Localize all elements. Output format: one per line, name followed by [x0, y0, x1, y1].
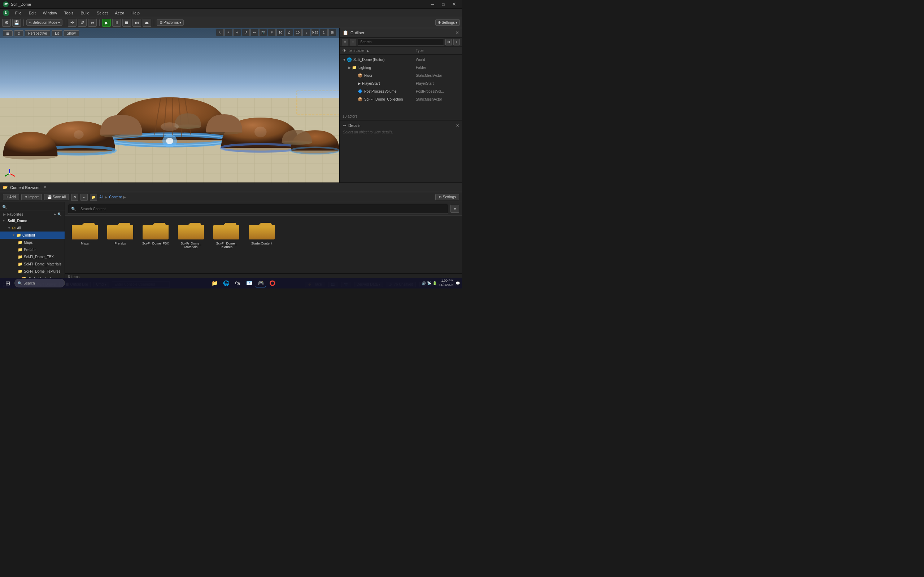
vp-10b[interactable]: 10: [294, 29, 302, 36]
taskbar-edge-icon[interactable]: 🌐: [221, 279, 231, 287]
vp-select-tool[interactable]: ↖: [216, 29, 224, 36]
vp-maximize-btn[interactable]: ☰: [3, 30, 13, 36]
outliner-close-btn[interactable]: ✕: [455, 30, 459, 35]
vp-025[interactable]: 0.25: [311, 29, 319, 36]
tree-item-dome-collection[interactable]: ▶ 📦 Sci-Fi_Dome_Collection StaticMeshAct…: [340, 95, 462, 103]
outliner-filter-btn[interactable]: ≡: [342, 39, 348, 45]
vp-move-tool[interactable]: ✛: [233, 29, 241, 36]
vp-scale-icon[interactable]: ↕: [302, 29, 310, 36]
transform-move-btn[interactable]: ✛: [68, 19, 76, 27]
menu-select[interactable]: Select: [95, 10, 109, 16]
outliner-settings-btn[interactable]: ⚙: [446, 39, 452, 45]
transform-scale-btn[interactable]: ⇔: [88, 19, 97, 27]
vp-scale-tool[interactable]: ⇔: [250, 29, 258, 36]
settings-dropdown-btn[interactable]: ⚙ Settings ▾: [435, 19, 460, 26]
vp-add-tool[interactable]: +: [225, 29, 233, 36]
cb-settings-btn[interactable]: ⚙ Settings: [435, 194, 459, 200]
stop-btn[interactable]: ⏹: [122, 19, 131, 27]
cb-save-all-btn[interactable]: 💾 Save All: [44, 194, 69, 200]
vp-10a[interactable]: 10: [276, 29, 284, 36]
outliner-sort-btn[interactable]: ↕: [350, 39, 356, 45]
vp-1[interactable]: 1: [320, 29, 328, 36]
outliner-add-btn[interactable]: +: [453, 39, 460, 45]
tree-arrow-0[interactable]: ▼: [342, 58, 346, 62]
menu-build[interactable]: Build: [79, 10, 91, 16]
breadcrumb-all[interactable]: All: [99, 195, 103, 199]
favorites-add-icon[interactable]: +: [54, 213, 56, 216]
menu-file[interactable]: File: [14, 10, 23, 16]
menu-help[interactable]: Help: [130, 10, 141, 16]
cb-folder-starter-content[interactable]: StarterContent: [246, 219, 278, 250]
taskbar-ue-icon[interactable]: 🎮: [255, 279, 266, 287]
cb-tab-close[interactable]: ✕: [43, 185, 47, 190]
taskbar-search[interactable]: 🔍 Search: [15, 279, 65, 287]
tree-arrow-1[interactable]: ▶: [348, 66, 351, 69]
cb-folder-maps[interactable]: Maps: [69, 219, 101, 250]
notification-icon[interactable]: 💬: [456, 281, 460, 285]
cb-folder-dome-fbx[interactable]: Sci-Fi_Dome_FBX: [139, 219, 172, 250]
cb-folder-dome-tex[interactable]: Sci-Fi_Dome_Textures: [210, 219, 242, 250]
taskbar-chrome-icon[interactable]: ⭕: [267, 279, 277, 287]
vp-realtime-btn[interactable]: ⊙: [14, 30, 23, 36]
menu-edit[interactable]: Edit: [27, 10, 37, 16]
viewport[interactable]: ☰ ⊙ Perspective Lit Show ↖ + ✛: [0, 28, 339, 182]
settings-icon-btn[interactable]: ⚙: [2, 19, 11, 27]
vp-angle-icon[interactable]: ∠: [285, 29, 293, 36]
favorites-expand[interactable]: ▶: [3, 213, 6, 216]
cb-filter-btn[interactable]: ▾: [451, 205, 459, 213]
breadcrumb-content[interactable]: Content: [109, 195, 122, 199]
cb-refresh-btn[interactable]: ↻: [71, 193, 78, 201]
cb-tree-root-arrow[interactable]: ▼: [2, 219, 5, 222]
cb-add-btn[interactable]: + Add: [3, 194, 19, 200]
cb-tree-all-arrow[interactable]: ▼: [8, 226, 11, 230]
tree-item-playerstart[interactable]: ▶ ▶ PlayerStart PlayerStart: [340, 79, 462, 87]
cb-folder-btn[interactable]: 📁: [90, 193, 97, 201]
sort-icon[interactable]: ▲: [366, 49, 370, 53]
cb-tree-fbx[interactable]: 📁 Sci-Fi_Dome_FBX: [0, 253, 65, 260]
cb-search-input[interactable]: [78, 205, 445, 213]
platforms-btn[interactable]: 🖥 Platforms ▾: [157, 19, 184, 26]
favorites-search-icon[interactable]: 🔍: [57, 213, 62, 216]
cb-back-btn[interactable]: ←: [81, 193, 88, 201]
tree-item-postprocess[interactable]: ▶ 🔷 PostProcessVolume PostProcessVol...: [340, 87, 462, 95]
vp-show-btn[interactable]: Show: [63, 30, 79, 36]
cb-import-btn[interactable]: ⬆ Import: [21, 194, 42, 200]
skip-btn[interactable]: ⏭: [132, 19, 141, 27]
menu-window[interactable]: Window: [42, 10, 58, 16]
cb-tree-maps[interactable]: 📁 Maps: [0, 239, 65, 246]
cb-tree-materials[interactable]: 📁 Sci-Fi_Dome_Materials: [0, 260, 65, 268]
tree-item-world[interactable]: ▼ 🌐 Scifi_Dome (Editor) World: [340, 56, 462, 63]
cb-folder-dome-mats[interactable]: Sci-Fi_Dome_Materials: [175, 219, 207, 250]
play-btn[interactable]: ▶: [102, 19, 111, 27]
scene-view[interactable]: ☰ ⊙ Perspective Lit Show ↖ + ✛: [0, 28, 339, 182]
close-btn[interactable]: ✕: [449, 1, 459, 8]
vp-grid-btn[interactable]: #: [268, 29, 276, 36]
vp-perspective-btn[interactable]: Perspective: [25, 30, 50, 36]
cb-tree-prefabs[interactable]: 📁 Prefabs: [0, 246, 65, 253]
vp-lit-btn[interactable]: Lit: [52, 30, 62, 36]
selection-mode-btn[interactable]: ↖ Selection Mode ▾: [26, 19, 63, 26]
vp-camera-tool[interactable]: 📷: [259, 29, 267, 36]
taskbar-mail-icon[interactable]: 📧: [244, 279, 254, 287]
tree-item-lighting[interactable]: ▶ 📁 Lighting Folder: [340, 63, 462, 71]
cb-tree-content[interactable]: ▼ 📁 Content: [0, 232, 65, 239]
menu-tools[interactable]: Tools: [63, 10, 75, 16]
cb-tree-all[interactable]: ▼ 🗂 All: [0, 224, 65, 232]
pause-btn[interactable]: ⏸: [112, 19, 121, 27]
outliner-search-input[interactable]: [358, 39, 444, 46]
cb-tree-content-arrow[interactable]: ▼: [12, 233, 15, 237]
eject-btn[interactable]: ⏏: [142, 19, 151, 27]
taskbar-store-icon[interactable]: 🛍: [233, 279, 242, 287]
cb-tree-root[interactable]: ▼ Scifi_Dome: [0, 217, 65, 224]
tree-item-floor[interactable]: ▶ 📦 Floor StaticMeshActor: [340, 71, 462, 79]
details-close-btn[interactable]: ✕: [456, 123, 459, 128]
save-icon-btn[interactable]: 💾: [12, 19, 21, 27]
maximize-btn[interactable]: □: [438, 1, 448, 8]
menu-actor[interactable]: Actor: [114, 10, 126, 16]
vp-rotate-tool[interactable]: ↺: [242, 29, 250, 36]
start-button[interactable]: ⊞: [2, 279, 13, 287]
cb-folder-prefabs[interactable]: Prefabs: [104, 219, 136, 250]
transform-rotate-btn[interactable]: ↺: [78, 19, 87, 27]
minimize-btn[interactable]: ─: [427, 1, 438, 8]
vp-layout-btn[interactable]: ⊞: [328, 29, 336, 36]
